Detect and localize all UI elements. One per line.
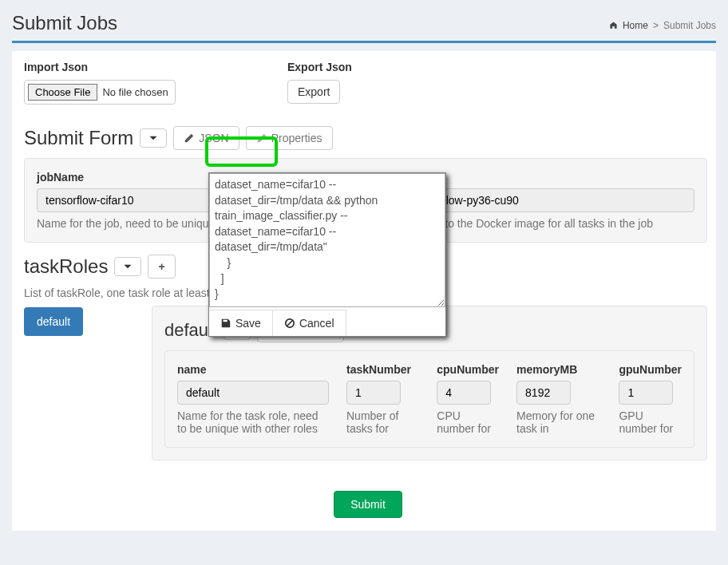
page-header: Submit Jobs Home > Submit Jobs xyxy=(12,8,716,43)
svg-line-1 xyxy=(287,321,292,326)
json-tab-button[interactable]: JSON xyxy=(173,126,239,150)
tr-name-input[interactable] xyxy=(177,381,329,405)
json-textarea[interactable] xyxy=(209,173,445,307)
add-taskrole-button[interactable]: + xyxy=(148,255,175,279)
chevron-down-icon xyxy=(123,262,133,271)
json-cancel-label: Cancel xyxy=(299,317,334,330)
choose-file-button[interactable]: Choose File xyxy=(28,84,97,101)
tr-cpunumber-help: CPU number for xyxy=(437,409,499,435)
tr-gpunumber-label: gpuNumber xyxy=(619,363,682,376)
submit-form-collapse-button[interactable] xyxy=(140,128,167,148)
file-input-wrap[interactable]: Choose File No file chosen xyxy=(24,80,176,105)
breadcrumb-separator: > xyxy=(653,20,659,31)
form-scroll-area[interactable]: Submit Form JSON xyxy=(24,117,712,480)
json-save-button[interactable]: Save xyxy=(209,310,273,336)
tr-tasknumber-help: Number of tasks for xyxy=(346,409,419,435)
chevron-down-icon xyxy=(148,133,158,143)
submit-form-title: Submit Form xyxy=(24,127,133,149)
json-tab-label: JSON xyxy=(199,132,228,144)
file-status-text: No file chosen xyxy=(102,86,168,98)
home-icon xyxy=(609,21,618,30)
json-save-label: Save xyxy=(235,317,261,330)
properties-tab-label: Properties xyxy=(271,132,322,144)
pencil-icon xyxy=(256,132,267,144)
tr-memorymb-input[interactable] xyxy=(516,381,571,405)
export-json-title: Export Json xyxy=(287,61,352,73)
tr-memorymb-help: Memory for one task in xyxy=(516,409,601,435)
tr-cpunumber-label: cpuNumber xyxy=(437,363,499,376)
taskroles-title: taskRoles xyxy=(24,255,108,278)
tr-memorymb-label: memoryMB xyxy=(516,363,601,376)
breadcrumb: Home > Submit Jobs xyxy=(609,20,716,31)
breadcrumb-current: Submit Jobs xyxy=(663,20,716,31)
save-icon xyxy=(220,318,231,329)
submit-button[interactable]: Submit xyxy=(334,491,402,518)
tr-name-help: Name for the task role, need to be uniqu… xyxy=(177,409,321,435)
tr-name-label: name xyxy=(177,363,329,376)
taskroles-collapse-button[interactable] xyxy=(114,257,141,276)
properties-tab-button[interactable]: Properties xyxy=(246,126,333,150)
cancel-icon xyxy=(284,318,295,329)
json-cancel-button[interactable]: Cancel xyxy=(273,310,346,336)
page-title: Submit Jobs xyxy=(12,12,117,34)
plus-icon: + xyxy=(158,260,164,273)
taskrole-tab-default[interactable]: default xyxy=(24,307,83,336)
pencil-icon xyxy=(184,132,195,144)
tr-gpunumber-help: GPU number for xyxy=(619,409,682,435)
import-json-title: Import Json xyxy=(24,61,255,73)
tr-cpunumber-input[interactable] xyxy=(437,381,491,405)
export-button[interactable]: Export xyxy=(287,80,340,104)
tr-gpunumber-input[interactable] xyxy=(619,381,673,405)
main-panel: Import Json Choose File No file chosen E… xyxy=(12,51,716,531)
breadcrumb-home[interactable]: Home xyxy=(623,20,648,31)
json-editor-popup: Save Cancel xyxy=(208,172,446,337)
tr-tasknumber-input[interactable] xyxy=(346,381,401,405)
tr-tasknumber-label: taskNumber xyxy=(346,363,419,376)
